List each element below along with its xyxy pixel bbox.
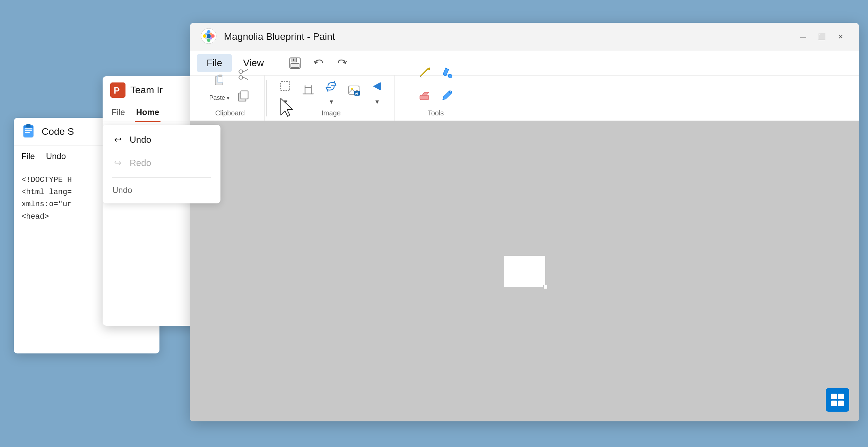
paste-label: Paste [209,94,225,102]
clipboard-label: Clipboard [215,109,245,117]
desktop: Code S File Undo <!DOCTYPE H <html lang=… [0,0,868,447]
crop-button[interactable] [298,80,319,101]
undo-icon: ↩ [112,134,123,145]
redo-icon: ↪ [112,158,123,168]
eyedropper-button[interactable] [437,85,458,106]
svg-rect-24 [218,74,222,76]
ppt-undo-dropdown: ↩ Undo ↪ Redo Undo [103,125,220,203]
sep-1 [266,80,267,116]
eraser-button[interactable] [414,85,435,106]
paint-titlebar: Magnolia Blueprint - Paint — ⬜ ✕ [190,23,859,51]
svg-rect-20 [291,63,299,68]
fill-chevron[interactable]: ▾ [375,97,379,106]
svg-rect-45 [420,95,428,100]
svg-text:P: P [114,85,120,96]
rotate-chevron[interactable]: ▾ [330,97,333,106]
image-label: Image [321,109,341,117]
svg-line-27 [242,69,248,72]
code-editor-icon [21,124,37,139]
dropdown-undo[interactable]: ↩ Undo [103,128,220,151]
paste-chevron[interactable]: ▾ [227,95,229,101]
fill-bucket-button[interactable] [437,62,458,83]
svg-rect-41 [380,82,381,90]
svg-rect-2 [25,130,32,131]
paint-menu-bar: File View [190,51,859,76]
dropdown-redo[interactable]: ↪ Redo [103,151,220,175]
undo-label: Undo [130,134,151,145]
windows-button[interactable] [826,388,849,412]
paint-canvas[interactable] [504,256,545,287]
select-chevron[interactable]: ▾ [284,97,287,106]
grid-cell-2 [838,394,844,399]
toolbar-tools-section: Tools [398,76,474,121]
svg-point-26 [239,76,243,79]
paint-canvas-area[interactable] [190,121,859,421]
svg-rect-5 [26,124,31,128]
quickaccess-undo[interactable] [308,54,329,72]
paste-button[interactable] [207,68,232,93]
paint-toolbar: Paste ▾ [190,76,859,121]
toolbar-image-section: ▾ [268,76,394,121]
canvas-resize-handle[interactable] [543,285,547,289]
rotate-button[interactable] [321,76,341,97]
ai-image-button[interactable]: AI [344,80,364,101]
dropdown-footer: Undo [103,181,220,200]
svg-point-47 [448,74,452,78]
code-editor-title: Code S [42,126,74,137]
grid-cell-3 [831,401,837,406]
minimize-button[interactable]: — [795,30,812,43]
code-menu-edit[interactable]: Undo [46,151,66,161]
tools-label: Tools [428,109,444,117]
svg-rect-31 [281,82,290,91]
paint-window-controls: — ⬜ ✕ [795,30,849,43]
ppt-title: Team Ir [130,85,163,96]
toolbar-clipboard-section: Paste ▾ [196,76,265,121]
grid-cell-4 [838,401,844,406]
grid-cell-1 [831,394,837,399]
sep-2 [396,80,396,116]
maximize-button[interactable]: ⬜ [813,30,831,43]
svg-rect-30 [241,91,248,99]
paint-title: Magnolia Blueprint - Paint [224,31,788,42]
svg-text:AI: AI [355,92,358,95]
pencil-button[interactable] [414,62,435,83]
tools-icons [414,62,458,106]
ppt-app-icon: P [110,82,125,98]
image-icons: ▾ [275,76,387,106]
clipboard-icons: Paste ▾ [207,63,253,106]
svg-line-28 [242,77,248,79]
paint-app-icon [200,27,218,46]
svg-line-42 [420,69,428,76]
svg-rect-3 [25,132,30,133]
dropdown-separator [112,177,211,178]
windows-grid-icon [831,394,844,406]
ppt-tab-home[interactable]: Home [135,104,161,122]
quickaccess-save[interactable] [285,54,305,72]
svg-rect-21 [293,59,294,61]
paint-ribbon: File View [190,51,859,121]
paint-quickaccess [285,54,353,72]
svg-point-17 [207,34,211,38]
close-button[interactable]: ✕ [832,30,849,43]
svg-rect-19 [292,58,297,62]
paint-window: Magnolia Blueprint - Paint — ⬜ ✕ File Vi… [190,23,859,421]
redo-label: Redo [130,158,151,168]
select-button[interactable] [275,76,296,97]
ppt-tab-file[interactable]: File [110,104,127,122]
code-menu-file[interactable]: File [21,151,35,161]
cut-button[interactable] [234,65,253,84]
svg-point-25 [239,70,243,73]
quickaccess-redo[interactable] [332,54,353,72]
svg-marker-40 [373,82,380,90]
copy-button[interactable] [234,86,253,106]
svg-marker-43 [428,67,430,70]
fill-button[interactable] [366,76,387,97]
svg-marker-46 [422,93,429,95]
